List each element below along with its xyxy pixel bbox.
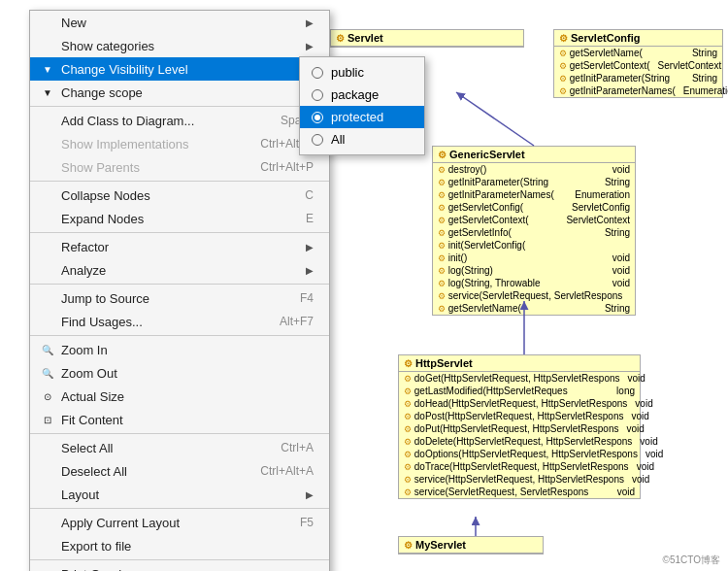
menu-item-left-apply-layout: Apply Current Layout	[40, 515, 180, 530]
menu-item-right-find-usages: Alt+F7	[280, 315, 314, 328]
uml-method-name: ⚙ doPost(HttpServletRequest, HttpServlet…	[404, 411, 623, 421]
context-menu: New▶Show categories▶▼Change Visibility L…	[29, 10, 330, 571]
menu-item-label-analyze: Analyze	[61, 263, 106, 278]
menu-item-label-collapse-nodes: Collapse Nodes	[61, 188, 150, 203]
submenu-item-all[interactable]: All	[300, 128, 424, 151]
uml-method-row: ⚙ service(ServletRequest, ServletRespons…	[399, 486, 640, 498]
menu-item-label-expand-nodes: Expand Nodes	[61, 212, 144, 226]
menu-item-label-apply-layout: Apply Current Layout	[61, 516, 180, 530]
menu-item-icon-deselect-all	[40, 463, 55, 479]
uml-box-servlet[interactable]: ⚙Servlet	[330, 29, 524, 48]
menu-item-icon-show-parents	[40, 159, 55, 175]
menu-item-label-actual-size: Actual Size	[61, 389, 124, 404]
menu-item-label-new: New	[61, 16, 86, 30]
menu-item-right-jump-to-source: F4	[300, 291, 314, 305]
menu-item-print-graph[interactable]: Print Graph	[30, 562, 329, 571]
uml-box-myServlet[interactable]: ⚙MyServlet	[398, 536, 544, 554]
menu-item-right-show-categories: ▶	[298, 41, 314, 51]
menu-item-apply-layout[interactable]: Apply Current LayoutF5	[30, 511, 329, 534]
menu-item-icon-analyze	[40, 262, 55, 278]
menu-item-right-new: ▶	[298, 17, 314, 28]
menu-item-change-visibility[interactable]: ▼Change Visibility Level▶	[30, 57, 329, 81]
menu-item-icon-show-implementations	[40, 136, 55, 151]
uml-method-return: void	[637, 461, 654, 472]
menu-item-actual-size[interactable]: ⊙Actual Size	[30, 385, 329, 408]
uml-method-row: ⚙ getInitParameterNames(Enumeration	[433, 188, 635, 201]
submenu-item-protected[interactable]: protected	[300, 106, 424, 128]
menu-item-left-zoom-in: 🔍Zoom In	[40, 342, 108, 357]
menu-item-left-add-class: Add Class to Diagram...	[40, 113, 194, 128]
menu-item-left-find-usages: Find Usages...	[40, 314, 143, 329]
menu-item-left-layout: Layout	[40, 487, 99, 502]
uml-title-servlet: ⚙Servlet	[331, 30, 523, 47]
menu-item-analyze[interactable]: Analyze▶	[30, 258, 329, 282]
uml-method-name: ⚙ getServletName(	[438, 303, 521, 314]
menu-item-find-usages[interactable]: Find Usages...Alt+F7	[30, 310, 329, 333]
uml-method-row: ⚙ destroy()void	[433, 163, 635, 176]
menu-item-label-fit-content: Fit Content	[61, 413, 123, 427]
menu-item-shortcut-jump-to-source: F4	[300, 291, 314, 305]
menu-item-zoom-in[interactable]: 🔍Zoom In	[30, 338, 329, 361]
menu-item-shortcut-select-all: Ctrl+A	[281, 441, 314, 454]
menu-item-layout[interactable]: Layout▶	[30, 483, 329, 506]
menu-item-left-analyze: Analyze	[40, 262, 106, 278]
uml-method-return: String	[605, 227, 630, 238]
uml-box-genericServlet[interactable]: ⚙GenericServlet⚙ destroy()void⚙ getInitP…	[432, 146, 636, 316]
uml-method-row: ⚙ doDelete(HttpServletRequest, HttpServl…	[399, 435, 640, 448]
uml-method-name: ⚙ log(String)	[438, 265, 493, 276]
uml-method-name: ⚙ getServletContext(	[559, 60, 650, 71]
uml-title-text-httpServlet: HttpServlet	[415, 357, 473, 369]
menu-item-label-export-file: Export to file	[61, 539, 131, 554]
uml-box-servletConfig[interactable]: ⚙ServletConfig⚙ getServletName(String⚙ g…	[553, 29, 723, 98]
menu-separator	[30, 433, 329, 434]
visibility-submenu: publicpackageprotectedAll	[299, 56, 425, 155]
menu-item-expand-nodes[interactable]: Expand NodesE	[30, 207, 329, 230]
uml-method-name: ⚙ getInitParameterNames(	[559, 85, 676, 96]
uml-title-text-servletConfig: ServletConfig	[571, 32, 641, 44]
uml-method-row: ⚙ doOptions(HttpServletRequest, HttpServ…	[399, 448, 640, 460]
menu-item-icon-print-graph	[40, 566, 55, 571]
submenu-label-protected: protected	[331, 110, 383, 124]
uml-method-name: ⚙ doOptions(HttpServletRequest, HttpServ…	[404, 449, 638, 459]
menu-item-icon-zoom-out: 🔍	[40, 365, 55, 381]
menu-item-label-zoom-out: Zoom Out	[61, 366, 117, 381]
menu-item-label-find-usages: Find Usages...	[61, 315, 143, 329]
menu-item-fit-content[interactable]: ⊡Fit Content	[30, 408, 329, 431]
menu-item-zoom-out[interactable]: 🔍Zoom Out	[30, 361, 329, 385]
uml-box-httpServlet[interactable]: ⚙HttpServlet⚙ doGet(HttpServletRequest, …	[398, 354, 641, 499]
menu-item-new[interactable]: New▶	[30, 11, 329, 34]
uml-method-return: String	[605, 177, 630, 187]
uml-method-name: ⚙ doPut(HttpServletRequest, HttpServletR…	[404, 423, 618, 434]
menu-item-select-all[interactable]: Select AllCtrl+A	[30, 436, 329, 459]
menu-item-icon-zoom-in: 🔍	[40, 342, 55, 357]
submenu-item-public[interactable]: public	[300, 61, 424, 84]
menu-item-label-zoom-in: Zoom In	[61, 343, 108, 357]
menu-item-change-scope[interactable]: ▼Change scope▶	[30, 81, 329, 104]
menu-item-jump-to-source[interactable]: Jump to SourceF4	[30, 286, 329, 310]
uml-method-name: ⚙ init(ServletConfig(	[438, 240, 525, 251]
uml-method-return: void	[635, 398, 652, 409]
uml-method-return: ServletContext	[658, 60, 722, 71]
menu-item-collapse-nodes[interactable]: Collapse NodesC	[30, 184, 329, 207]
menu-item-arrow-refactor: ▶	[306, 242, 314, 252]
menu-item-right-deselect-all: Ctrl+Alt+A	[260, 464, 314, 478]
uml-title-genericServlet: ⚙GenericServlet	[433, 147, 635, 163]
uml-method-row: ⚙ getServletName(String	[433, 302, 635, 315]
menu-item-arrow-analyze: ▶	[306, 265, 314, 276]
menu-item-refactor[interactable]: Refactor▶	[30, 235, 329, 258]
menu-item-show-categories[interactable]: Show categories▶	[30, 34, 329, 57]
radio-all	[312, 134, 323, 146]
menu-item-left-print-graph: Print Graph	[40, 566, 125, 571]
uml-method-row: ⚙ doHead(HttpServletRequest, HttpServlet…	[399, 397, 640, 410]
uml-method-return: Enumeration	[575, 189, 630, 200]
uml-method-row: ⚙ getLastModified(HttpServletRequeslong	[399, 385, 640, 397]
menu-item-left-expand-nodes: Expand Nodes	[40, 211, 144, 226]
menu-item-icon-change-visibility: ▼	[40, 61, 55, 77]
menu-item-deselect-all[interactable]: Deselect AllCtrl+Alt+A	[30, 459, 329, 483]
menu-item-left-export-file: Export to file	[40, 538, 131, 554]
submenu-item-package[interactable]: package	[300, 84, 424, 106]
menu-item-add-class[interactable]: Add Class to Diagram...Space	[30, 109, 329, 132]
uml-method-name: ⚙ getServletName(	[559, 48, 643, 58]
uml-method-return: void	[617, 487, 635, 497]
menu-item-export-file[interactable]: Export to file	[30, 534, 329, 557]
